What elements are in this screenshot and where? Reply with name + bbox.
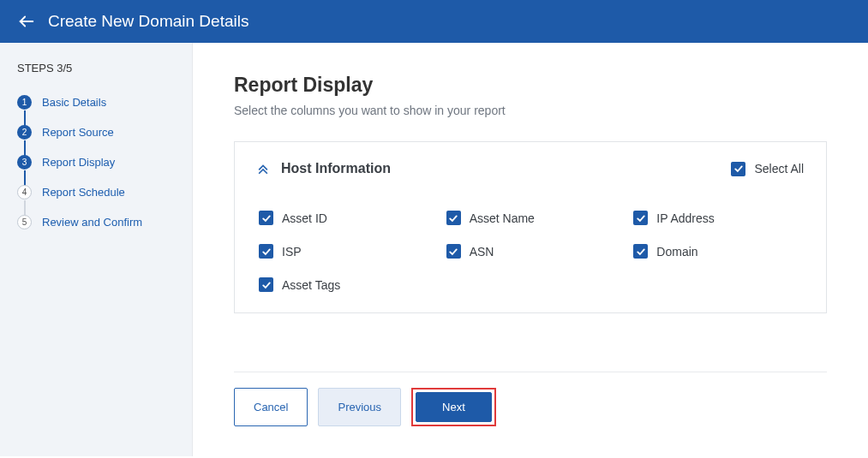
page-header: Create New Domain Details [0,0,868,43]
column-option[interactable]: Asset Name [446,211,617,225]
footer-buttons: Cancel Previous Next [234,388,827,426]
page-subtitle: Select the columns you want to show in y… [234,104,827,117]
column-option[interactable]: Asset ID [259,211,429,225]
column-option[interactable]: Domain [633,244,804,259]
step-4[interactable]: 4Report Schedule [17,185,175,199]
back-arrow-icon[interactable] [17,12,36,31]
column-checkbox[interactable] [259,244,273,259]
column-label: ISP [282,245,302,259]
page-title: Report Display [234,74,827,97]
step-badge: 2 [17,125,32,140]
column-checkbox[interactable] [259,277,273,292]
select-all-row[interactable]: Select All [731,162,804,176]
column-checkbox[interactable] [633,244,648,259]
step-label: Report Source [42,126,114,139]
column-label: Asset ID [282,211,327,225]
column-label: Asset Tags [282,278,340,292]
step-badge: 4 [17,185,32,199]
step-label: Basic Details [42,96,106,109]
column-checkbox[interactable] [633,211,648,225]
main-content: Report Display Select the columns you wa… [193,43,868,456]
step-5[interactable]: 5Review and Confirm [17,215,175,229]
step-1[interactable]: 1Basic Details [17,95,175,110]
column-label: ASN [470,245,494,259]
next-button[interactable]: Next [416,392,492,422]
column-option[interactable]: Asset Tags [259,277,429,292]
host-information-panel: Host Information Select All Asset IDAsse… [234,141,827,313]
step-2[interactable]: 2Report Source [17,125,175,140]
previous-button[interactable]: Previous [318,388,401,426]
column-checkbox[interactable] [446,211,461,225]
column-checkbox[interactable] [446,244,461,259]
column-label: Domain [656,245,697,259]
step-badge: 3 [17,155,32,170]
steps-counter: STEPS 3/5 [17,62,175,74]
footer-divider [234,372,827,372]
step-label: Report Schedule [42,186,125,199]
select-all-checkbox[interactable] [731,162,745,176]
collapse-icon[interactable] [257,163,269,175]
column-option[interactable]: IP Address [633,211,804,225]
sidebar: STEPS 3/5 1Basic Details2Report Source3R… [0,43,193,456]
select-all-label: Select All [754,162,804,175]
cancel-button[interactable]: Cancel [234,388,308,426]
step-label: Report Display [42,156,115,169]
column-label: Asset Name [470,211,535,225]
column-label: IP Address [656,211,714,225]
next-highlight: Next [411,388,496,426]
column-option[interactable]: ISP [259,244,429,259]
step-label: Review and Confirm [42,216,142,229]
column-checkbox[interactable] [259,211,273,225]
column-option[interactable]: ASN [446,244,617,259]
header-title: Create New Domain Details [48,12,248,31]
step-badge: 5 [17,215,32,229]
panel-title: Host Information [281,161,391,176]
step-badge: 1 [17,95,32,110]
step-3[interactable]: 3Report Display [17,155,175,170]
